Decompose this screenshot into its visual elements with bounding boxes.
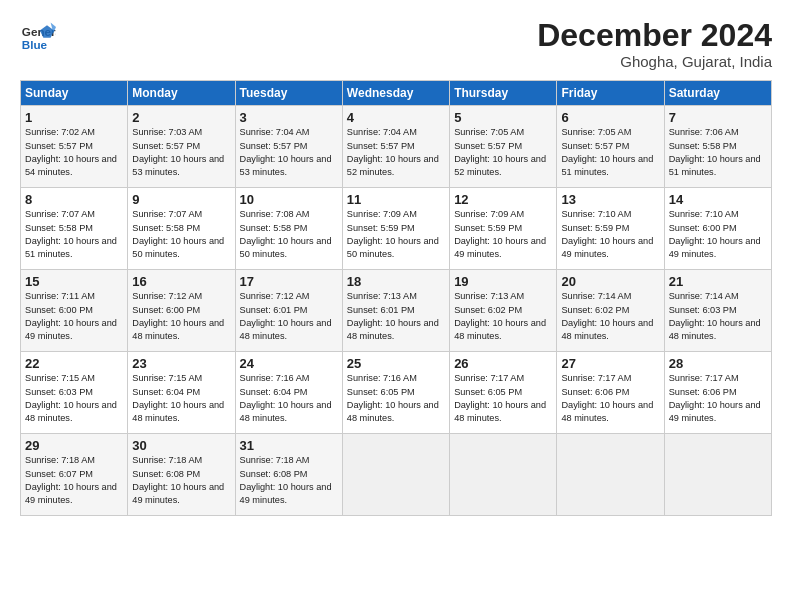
day-number: 4 (347, 110, 445, 125)
day-info: Sunrise: 7:16 AMSunset: 6:04 PMDaylight:… (240, 372, 338, 425)
calendar-cell: 8Sunrise: 7:07 AMSunset: 5:58 PMDaylight… (21, 188, 128, 270)
calendar-cell: 14Sunrise: 7:10 AMSunset: 6:00 PMDayligh… (664, 188, 771, 270)
calendar-cell: 16Sunrise: 7:12 AMSunset: 6:00 PMDayligh… (128, 270, 235, 352)
day-number: 15 (25, 274, 123, 289)
calendar-cell: 9Sunrise: 7:07 AMSunset: 5:58 PMDaylight… (128, 188, 235, 270)
day-info: Sunrise: 7:12 AMSunset: 6:01 PMDaylight:… (240, 290, 338, 343)
day-info: Sunrise: 7:13 AMSunset: 6:01 PMDaylight:… (347, 290, 445, 343)
day-info: Sunrise: 7:18 AMSunset: 6:08 PMDaylight:… (132, 454, 230, 507)
calendar-cell: 11Sunrise: 7:09 AMSunset: 5:59 PMDayligh… (342, 188, 449, 270)
day-number: 29 (25, 438, 123, 453)
day-info: Sunrise: 7:14 AMSunset: 6:02 PMDaylight:… (561, 290, 659, 343)
calendar-cell: 26Sunrise: 7:17 AMSunset: 6:05 PMDayligh… (450, 352, 557, 434)
day-info: Sunrise: 7:07 AMSunset: 5:58 PMDaylight:… (25, 208, 123, 261)
calendar-cell: 12Sunrise: 7:09 AMSunset: 5:59 PMDayligh… (450, 188, 557, 270)
calendar-cell: 21Sunrise: 7:14 AMSunset: 6:03 PMDayligh… (664, 270, 771, 352)
calendar-page: General Blue December 2024 Ghogha, Gujar… (0, 0, 792, 612)
day-info: Sunrise: 7:05 AMSunset: 5:57 PMDaylight:… (561, 126, 659, 179)
day-info: Sunrise: 7:02 AMSunset: 5:57 PMDaylight:… (25, 126, 123, 179)
calendar-cell: 2Sunrise: 7:03 AMSunset: 5:57 PMDaylight… (128, 106, 235, 188)
day-info: Sunrise: 7:18 AMSunset: 6:08 PMDaylight:… (240, 454, 338, 507)
col-monday: Monday (128, 81, 235, 106)
calendar-cell: 27Sunrise: 7:17 AMSunset: 6:06 PMDayligh… (557, 352, 664, 434)
calendar-cell: 30Sunrise: 7:18 AMSunset: 6:08 PMDayligh… (128, 434, 235, 516)
calendar-cell: 28Sunrise: 7:17 AMSunset: 6:06 PMDayligh… (664, 352, 771, 434)
title-block: December 2024 Ghogha, Gujarat, India (537, 18, 772, 70)
day-number: 21 (669, 274, 767, 289)
day-number: 2 (132, 110, 230, 125)
day-info: Sunrise: 7:13 AMSunset: 6:02 PMDaylight:… (454, 290, 552, 343)
calendar-cell (450, 434, 557, 516)
header: General Blue December 2024 Ghogha, Gujar… (20, 18, 772, 70)
day-number: 13 (561, 192, 659, 207)
col-wednesday: Wednesday (342, 81, 449, 106)
calendar-cell (664, 434, 771, 516)
day-info: Sunrise: 7:15 AMSunset: 6:03 PMDaylight:… (25, 372, 123, 425)
col-thursday: Thursday (450, 81, 557, 106)
day-number: 27 (561, 356, 659, 371)
calendar-cell: 6Sunrise: 7:05 AMSunset: 5:57 PMDaylight… (557, 106, 664, 188)
day-info: Sunrise: 7:17 AMSunset: 6:05 PMDaylight:… (454, 372, 552, 425)
day-number: 10 (240, 192, 338, 207)
day-info: Sunrise: 7:07 AMSunset: 5:58 PMDaylight:… (132, 208, 230, 261)
day-number: 24 (240, 356, 338, 371)
calendar-cell: 15Sunrise: 7:11 AMSunset: 6:00 PMDayligh… (21, 270, 128, 352)
calendar-cell: 13Sunrise: 7:10 AMSunset: 5:59 PMDayligh… (557, 188, 664, 270)
day-number: 7 (669, 110, 767, 125)
day-number: 19 (454, 274, 552, 289)
day-info: Sunrise: 7:16 AMSunset: 6:05 PMDaylight:… (347, 372, 445, 425)
calendar-cell: 31Sunrise: 7:18 AMSunset: 6:08 PMDayligh… (235, 434, 342, 516)
day-info: Sunrise: 7:17 AMSunset: 6:06 PMDaylight:… (561, 372, 659, 425)
calendar-cell: 20Sunrise: 7:14 AMSunset: 6:02 PMDayligh… (557, 270, 664, 352)
calendar-cell: 25Sunrise: 7:16 AMSunset: 6:05 PMDayligh… (342, 352, 449, 434)
calendar-cell: 19Sunrise: 7:13 AMSunset: 6:02 PMDayligh… (450, 270, 557, 352)
day-info: Sunrise: 7:12 AMSunset: 6:00 PMDaylight:… (132, 290, 230, 343)
calendar-cell: 24Sunrise: 7:16 AMSunset: 6:04 PMDayligh… (235, 352, 342, 434)
calendar-week-1: 1Sunrise: 7:02 AMSunset: 5:57 PMDaylight… (21, 106, 772, 188)
calendar-cell (342, 434, 449, 516)
day-info: Sunrise: 7:03 AMSunset: 5:57 PMDaylight:… (132, 126, 230, 179)
calendar-week-4: 22Sunrise: 7:15 AMSunset: 6:03 PMDayligh… (21, 352, 772, 434)
day-info: Sunrise: 7:06 AMSunset: 5:58 PMDaylight:… (669, 126, 767, 179)
day-number: 9 (132, 192, 230, 207)
day-number: 26 (454, 356, 552, 371)
calendar-cell: 10Sunrise: 7:08 AMSunset: 5:58 PMDayligh… (235, 188, 342, 270)
day-info: Sunrise: 7:15 AMSunset: 6:04 PMDaylight:… (132, 372, 230, 425)
day-number: 6 (561, 110, 659, 125)
day-number: 16 (132, 274, 230, 289)
calendar-cell: 1Sunrise: 7:02 AMSunset: 5:57 PMDaylight… (21, 106, 128, 188)
day-number: 5 (454, 110, 552, 125)
day-info: Sunrise: 7:09 AMSunset: 5:59 PMDaylight:… (347, 208, 445, 261)
day-info: Sunrise: 7:08 AMSunset: 5:58 PMDaylight:… (240, 208, 338, 261)
svg-text:Blue: Blue (22, 38, 48, 51)
day-number: 3 (240, 110, 338, 125)
logo-icon: General Blue (20, 18, 56, 54)
day-number: 22 (25, 356, 123, 371)
col-friday: Friday (557, 81, 664, 106)
calendar-week-5: 29Sunrise: 7:18 AMSunset: 6:07 PMDayligh… (21, 434, 772, 516)
calendar-week-2: 8Sunrise: 7:07 AMSunset: 5:58 PMDaylight… (21, 188, 772, 270)
day-info: Sunrise: 7:14 AMSunset: 6:03 PMDaylight:… (669, 290, 767, 343)
header-row: Sunday Monday Tuesday Wednesday Thursday… (21, 81, 772, 106)
day-number: 20 (561, 274, 659, 289)
day-info: Sunrise: 7:09 AMSunset: 5:59 PMDaylight:… (454, 208, 552, 261)
day-number: 30 (132, 438, 230, 453)
day-number: 14 (669, 192, 767, 207)
day-number: 31 (240, 438, 338, 453)
day-info: Sunrise: 7:11 AMSunset: 6:00 PMDaylight:… (25, 290, 123, 343)
day-number: 11 (347, 192, 445, 207)
logo: General Blue (20, 18, 56, 54)
calendar-table: Sunday Monday Tuesday Wednesday Thursday… (20, 80, 772, 516)
calendar-cell: 23Sunrise: 7:15 AMSunset: 6:04 PMDayligh… (128, 352, 235, 434)
calendar-cell: 29Sunrise: 7:18 AMSunset: 6:07 PMDayligh… (21, 434, 128, 516)
day-number: 28 (669, 356, 767, 371)
calendar-cell: 4Sunrise: 7:04 AMSunset: 5:57 PMDaylight… (342, 106, 449, 188)
day-info: Sunrise: 7:17 AMSunset: 6:06 PMDaylight:… (669, 372, 767, 425)
day-info: Sunrise: 7:18 AMSunset: 6:07 PMDaylight:… (25, 454, 123, 507)
day-number: 1 (25, 110, 123, 125)
day-info: Sunrise: 7:04 AMSunset: 5:57 PMDaylight:… (347, 126, 445, 179)
calendar-cell (557, 434, 664, 516)
calendar-cell: 22Sunrise: 7:15 AMSunset: 6:03 PMDayligh… (21, 352, 128, 434)
calendar-week-3: 15Sunrise: 7:11 AMSunset: 6:00 PMDayligh… (21, 270, 772, 352)
calendar-cell: 17Sunrise: 7:12 AMSunset: 6:01 PMDayligh… (235, 270, 342, 352)
